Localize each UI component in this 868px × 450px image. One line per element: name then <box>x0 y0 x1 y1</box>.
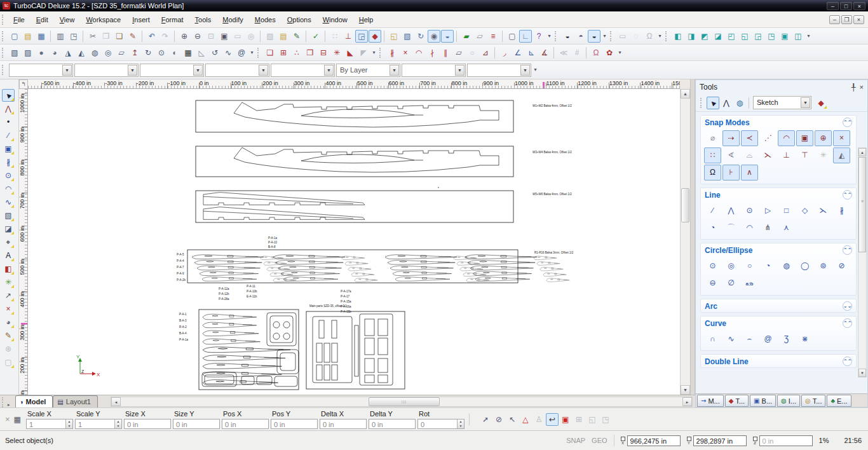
palette-tab-internet[interactable]: ◍I... <box>777 395 800 407</box>
edit-frame-icon[interactable]: ▣ <box>559 413 572 426</box>
render-draft-icon[interactable]: ◒ <box>561 30 574 43</box>
menu-tools[interactable]: Tools <box>189 13 217 26</box>
view-front-icon[interactable]: ▣ <box>778 30 791 43</box>
menu-options[interactable]: Options <box>281 13 317 26</box>
style-bucket-icon[interactable]: ◆ <box>815 97 827 109</box>
collapse-chevron-icon[interactable]: ⌃⌃ <box>843 357 852 366</box>
line-perpendicular-icon[interactable]: ⋋ <box>815 203 832 219</box>
curve-closed-icon[interactable]: Ʒ <box>778 331 795 347</box>
no-snap-icon[interactable]: ⌀ <box>704 130 721 146</box>
ellipse-rotated-icon[interactable]: ∅ <box>722 275 740 291</box>
snap-arc-center-icon[interactable]: ◠ <box>778 130 795 146</box>
render-scene-icon[interactable]: ◒ <box>441 30 454 43</box>
spiral-3d-icon[interactable]: @ <box>235 46 248 59</box>
maximize-button[interactable]: □ <box>840 2 852 10</box>
globe-edit-icon[interactable]: ◍ <box>733 97 746 109</box>
chevron-down-icon[interactable]: ▼ <box>390 65 399 76</box>
trim-arc-icon[interactable]: ◠ <box>412 46 425 59</box>
vscroll-thumb[interactable] <box>681 188 689 222</box>
geo-indicator[interactable]: GEO <box>592 437 607 444</box>
edit-node-icon[interactable]: ⋀ <box>2 102 15 115</box>
chevron-down-icon[interactable]: ▼ <box>520 65 530 76</box>
paste-icon[interactable]: ❏ <box>113 30 126 43</box>
chevron-down-icon[interactable]: ▼ <box>259 65 268 76</box>
menu-insert[interactable]: Insert <box>126 13 156 26</box>
chevron-down-icon[interactable]: ▼ <box>193 65 203 76</box>
render-tool-icon[interactable]: ◕ <box>2 316 15 329</box>
ruler-corner[interactable]: ↰ <box>19 79 28 89</box>
array-rect-icon[interactable]: ⊞ <box>277 46 290 59</box>
overflow-1-icon[interactable]: ▾ <box>546 30 553 43</box>
camera-view-icon[interactable]: ◲ <box>355 30 368 43</box>
revolve-3d-icon[interactable]: ↻ <box>142 46 154 59</box>
field-input[interactable]: 0 in <box>173 419 220 429</box>
property-combo-5[interactable]: ▼ <box>271 64 335 77</box>
collapse-chevron-icon[interactable]: ⌃⌃ <box>843 245 852 255</box>
field-input[interactable]: 0▲▼ <box>417 419 465 429</box>
chevron-down-icon[interactable]: ▼ <box>801 97 810 108</box>
minimize-button[interactable]: ‒ <box>827 2 839 10</box>
view-back-icon[interactable]: ◫ <box>792 30 804 43</box>
scroll-down-icon[interactable]: ▼ <box>858 369 866 377</box>
property-combo-8[interactable]: ▼ <box>467 64 531 77</box>
text-tool-icon[interactable]: A <box>2 249 15 262</box>
circle-3point-icon[interactable]: ◍ <box>778 258 795 274</box>
polyline-3d-icon[interactable]: ◺ <box>195 46 208 59</box>
scene-browser-icon[interactable]: ◱ <box>388 30 400 43</box>
curve-fit-icon[interactable]: ⋇ <box>796 331 813 347</box>
line-tangent-from-icon[interactable]: ◠ <box>741 220 758 236</box>
property-combo-2[interactable]: ▼ <box>74 64 139 77</box>
trim-parallel-icon[interactable]: ∦ <box>386 46 398 59</box>
copy-entity-icon[interactable]: ❏ <box>264 46 276 59</box>
snap-magnetic-icon[interactable]: Ω <box>704 165 721 181</box>
snap-intersection-icon[interactable]: × <box>833 130 850 146</box>
z-coordinate-field[interactable]: 0 in <box>759 435 813 446</box>
close-button[interactable]: × <box>853 2 865 10</box>
open-palette-icon[interactable]: ▤ <box>277 30 290 43</box>
help-book-icon[interactable]: ? <box>532 30 545 43</box>
scroll-up-icon[interactable]: ▲ <box>681 89 690 99</box>
child-restore-button[interactable]: ❐ <box>841 15 852 24</box>
spell-check-icon[interactable]: ✓ <box>309 30 322 43</box>
snap-grid-icon[interactable]: ∷ <box>704 147 721 163</box>
trim-intersect-icon[interactable]: ∤ <box>426 46 438 59</box>
panel-splitter[interactable] <box>690 79 695 407</box>
property-combo-7[interactable]: ▼ <box>402 64 466 77</box>
spinner-icon[interactable]: ▲▼ <box>65 419 72 428</box>
menu-format[interactable]: Format <box>156 13 189 26</box>
format-painter-icon[interactable]: ✎ <box>126 30 139 43</box>
field-input[interactable]: 1▲▼ <box>26 419 73 429</box>
polygon-irregular-icon[interactable]: ▷ <box>759 203 776 219</box>
property-combo-3[interactable]: ▼ <box>140 64 204 77</box>
style-combo[interactable]: Sketch ▼ <box>753 96 811 109</box>
scroll-down-icon[interactable]: ▼ <box>681 385 690 395</box>
x-coordinate-field[interactable]: 966,2475 in <box>627 435 681 446</box>
select-node-toggle-icon[interactable]: ↖ <box>506 413 519 426</box>
child-minimize-button[interactable]: ‒ <box>829 15 840 24</box>
crop-box-icon[interactable]: ▱ <box>452 46 465 59</box>
ellipse-ratio-icon[interactable]: a:b <box>741 276 758 292</box>
line-multi-icon[interactable]: ⋀ <box>722 203 740 219</box>
corner-fill-icon[interactable]: ◣ <box>344 46 356 59</box>
chevron-down-icon[interactable]: ▼ <box>128 65 137 76</box>
menu-view[interactable]: View <box>54 13 81 26</box>
palette-close-icon[interactable]: × <box>860 83 864 92</box>
chamfer-angle-icon[interactable]: ⊾ <box>525 46 538 59</box>
array-radial-icon[interactable]: ✳ <box>330 46 343 59</box>
wireframe-cube-icon[interactable]: ▧ <box>401 30 414 43</box>
snap-3d-icon[interactable]: ◭ <box>833 147 850 163</box>
move-tool-icon[interactable]: ⌖ <box>2 236 15 249</box>
render-full-icon[interactable]: ◒ <box>588 30 600 43</box>
pen-tool-icon[interactable]: ✎ <box>290 30 303 43</box>
cylinder-3d-icon[interactable]: ◍ <box>88 46 101 59</box>
no-3d-snap-toggle-icon[interactable]: ⊘ <box>492 413 505 426</box>
expand-chevron-icon[interactable]: ⌄⌄ <box>843 301 852 311</box>
vertical-scrollbar[interactable]: ▲ ▼ <box>680 89 690 395</box>
pick-tool-icon[interactable]: ▲ <box>707 97 719 109</box>
paint-tool-icon[interactable]: ✎ <box>2 329 15 342</box>
snap-midpoint-icon[interactable]: ⋰ <box>759 130 776 146</box>
bezier-icon[interactable]: ⌢ <box>741 331 758 347</box>
view-left-icon[interactable]: ◲ <box>752 30 764 43</box>
chevron-down-icon[interactable]: ▼ <box>324 65 334 76</box>
zoom-extents-icon[interactable]: ▣ <box>218 30 231 43</box>
